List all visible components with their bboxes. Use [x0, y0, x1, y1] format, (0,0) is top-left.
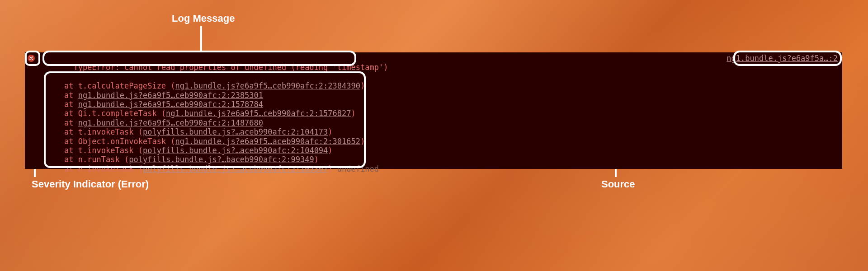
stack-frame-link[interactable]: ng1.bundle.js?e6a9f5…aceb990afc:2:301652	[175, 137, 360, 146]
stack-frame: at t.invokeTask (polyfills.bundle.js?…ac…	[46, 146, 726, 155]
stack-frame: at t.invokeTask (polyfills.bundle.js?…ac…	[46, 127, 726, 136]
stack-frame-suffix: )	[328, 146, 332, 155]
stack-frame: at ng1.bundle.js?e6a9f5…ceb990afc:2:2385…	[46, 91, 726, 100]
stack-frame-suffix: )	[360, 137, 365, 146]
stack-frame-prefix: at	[46, 100, 78, 109]
stack-frame: at n.invokeTask (polyfills.bundle.js?…ac…	[46, 164, 726, 173]
stack-frame-link[interactable]: ng1.bundle.js?e6a9f5…ceb990afc:2:1487680	[78, 118, 263, 127]
stack-frame: at n.runTask (polyfills.bundle.js?…baceb…	[46, 155, 726, 164]
stack-frame: at Object.onInvokeTask (ng1.bundle.js?e6…	[46, 137, 726, 146]
stack-frame-prefix: at t.calculatePageSize (	[46, 81, 175, 90]
stack-frame-link[interactable]: polyfills.bundle.js?…aceb990afc:2:105307	[143, 164, 328, 173]
stack-frame-suffix: )	[328, 127, 332, 136]
stack-frame: at ng1.bundle.js?e6a9f5…ceb990afc:2:1487…	[46, 118, 726, 127]
annotation-label-log-message: Log Message	[172, 13, 235, 24]
stack-frame-prefix: at	[46, 91, 78, 100]
stack-frame-link[interactable]: polyfills.bundle.js?…aceb990afc:2:104173	[143, 127, 328, 136]
stack-frame-link[interactable]: polyfills.bundle.js?…aceb990afc:2:104094	[143, 146, 328, 155]
error-icon	[28, 55, 35, 62]
stack-frame-suffix: )	[351, 109, 356, 118]
stack-frame-suffix: )	[328, 164, 332, 173]
devtools-console-panel: TypeError: Cannot read properties of und…	[25, 52, 842, 169]
stack-trace: at t.calculatePageSize (ng1.bundle.js?e6…	[46, 81, 726, 173]
stack-frame-prefix: at Qi.t.completeTask (	[46, 109, 166, 118]
stack-frame-prefix: at n.runTask (	[46, 155, 129, 164]
stack-frame-link[interactable]: ng1.bundle.js?e6a9f5…ceb990afc:2:1578784	[78, 100, 263, 109]
log-message-body: TypeError: Cannot read properties of und…	[46, 54, 726, 192]
stack-frame: at Qi.t.completeTask (ng1.bundle.js?e6a9…	[46, 109, 726, 118]
annotation-connector	[200, 26, 202, 51]
stack-frame-trailing: undefined	[333, 164, 379, 173]
stack-frame-link[interactable]: ng1.bundle.js?e6a9f5…ceb990afc:2:2385301	[78, 91, 263, 100]
stack-frame-prefix: at n.invokeTask (	[46, 164, 143, 173]
log-message-text: TypeError: Cannot read properties of und…	[73, 63, 388, 72]
source-link[interactable]: ng1.bundle.js?e6a9f5a…:2	[726, 54, 838, 63]
stack-frame: at ng1.bundle.js?e6a9f5…ceb990afc:2:1578…	[46, 100, 726, 109]
console-log-entry[interactable]: TypeError: Cannot read properties of und…	[25, 52, 842, 193]
stack-frame-prefix: at t.invokeTask (	[46, 146, 143, 155]
stack-frame-link[interactable]: ng1.bundle.js?e6a9f5…ceb990afc:2:2384390	[175, 81, 360, 90]
stack-frame-link[interactable]: polyfills.bundle.js?…baceb990afc:2:99349	[129, 155, 314, 164]
stack-frame-prefix: at t.invokeTask (	[46, 127, 143, 136]
stack-frame-suffix: )	[314, 155, 319, 164]
stack-frame: at t.calculatePageSize (ng1.bundle.js?e6…	[46, 81, 726, 90]
stack-frame-suffix: )	[360, 81, 365, 90]
stack-frame-prefix: at Object.onInvokeTask (	[46, 137, 175, 146]
stack-frame-prefix: at	[46, 118, 78, 127]
stack-frame-link[interactable]: ng1.bundle.js?e6a9f5…ceb990afc:2:1576827	[166, 109, 351, 118]
